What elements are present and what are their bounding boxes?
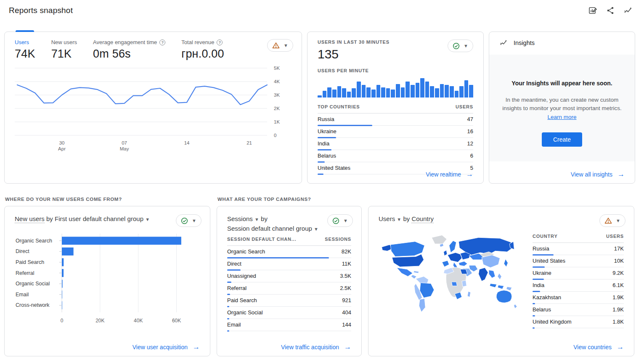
- minute-bar[interactable]: [420, 78, 424, 97]
- arrow-right-icon: →: [344, 343, 351, 350]
- session-channel-row[interactable]: Unassigned3.5K: [227, 270, 351, 282]
- minute-bar[interactable]: [440, 84, 444, 97]
- data-quality-ok-dropdown[interactable]: ▼: [327, 214, 353, 227]
- data-quality-ok-dropdown[interactable]: ▼: [176, 214, 201, 227]
- row-value: 6: [470, 153, 473, 159]
- users-per-minute-label: USERS PER MINUTE: [318, 68, 473, 73]
- minute-bar[interactable]: [323, 91, 327, 97]
- warning-icon: [604, 217, 612, 224]
- users-over-time-chart[interactable]: 01K2K3K4K5K30Apr07May1421: [15, 65, 298, 155]
- minute-bar[interactable]: [327, 87, 331, 97]
- view-user-acquisition-link[interactable]: View user acquisition→: [133, 343, 200, 350]
- minute-bar[interactable]: [362, 85, 366, 97]
- row-value: 11K: [342, 261, 351, 267]
- create-insight-button[interactable]: Create: [542, 132, 582, 147]
- minute-bar[interactable]: [371, 90, 376, 97]
- realtime-card: USERS IN LAST 30 MINUTES 135 ▼ USERS PER…: [307, 32, 484, 184]
- country-row[interactable]: Russia17K: [533, 243, 624, 255]
- minute-bar[interactable]: [469, 85, 473, 97]
- minute-bar[interactable]: [332, 90, 337, 97]
- session-channel-row[interactable]: Email144: [227, 319, 351, 331]
- top-cards-row: Users74KNew users71KAverage engagement t…: [0, 32, 644, 184]
- view-traffic-acquisition-link[interactable]: View traffic acquisition→: [281, 343, 351, 350]
- learn-more-link[interactable]: Learn more: [547, 114, 576, 120]
- new-users-card-title[interactable]: New users by First user default channel …: [15, 214, 150, 224]
- minute-bar[interactable]: [455, 91, 459, 97]
- minute-bar[interactable]: [435, 88, 439, 97]
- users-col-header: USERS: [606, 234, 624, 239]
- minute-bar[interactable]: [318, 95, 322, 97]
- svg-text:3K: 3K: [274, 92, 280, 97]
- world-map-choropleth[interactable]: [374, 232, 522, 316]
- campaigns-card-title[interactable]: Sessions ▼ by Session default channel gr…: [227, 214, 318, 233]
- data-quality-warning-dropdown[interactable]: ▼: [267, 39, 293, 52]
- minute-bar[interactable]: [416, 83, 420, 97]
- minute-bar[interactable]: [342, 88, 346, 97]
- country-row[interactable]: United States10K: [533, 255, 624, 267]
- help-icon[interactable]: ?: [159, 40, 165, 45]
- data-quality-ok-dropdown[interactable]: ▼: [448, 40, 473, 52]
- view-all-insights-link[interactable]: View all insights→: [571, 171, 625, 178]
- realtime-country-row[interactable]: India12: [318, 138, 473, 150]
- metric-tab-average-engagement-time[interactable]: Average engagement time?0m 56s: [93, 39, 165, 61]
- session-channel-row[interactable]: Direct11K: [227, 258, 351, 270]
- minute-bar[interactable]: [347, 92, 351, 97]
- customize-report-icon[interactable]: [587, 5, 599, 16]
- chevron-down-icon: ▼: [192, 219, 196, 223]
- row-value: 82K: [342, 248, 351, 255]
- new-users-bar-chart[interactable]: 020K40K60KOrganic SearchDirectPaid Searc…: [15, 231, 206, 331]
- metric-tab-total-revenue[interactable]: Total revenue?грн.0.00: [181, 39, 224, 61]
- view-countries-link[interactable]: View countries→: [573, 343, 624, 350]
- realtime-country-row[interactable]: Ukraine16: [318, 126, 473, 138]
- minute-bar[interactable]: [401, 87, 405, 97]
- check-circle-icon: [332, 217, 339, 224]
- arrow-right-icon: →: [617, 343, 624, 350]
- country-row[interactable]: Kazakhstan1.9K: [533, 292, 624, 304]
- minute-bar[interactable]: [450, 86, 454, 97]
- minute-bar[interactable]: [430, 86, 434, 97]
- minute-bar[interactable]: [381, 87, 385, 97]
- insights-icon[interactable]: [622, 5, 634, 16]
- country-row[interactable]: Ukraine9.2K: [533, 267, 624, 279]
- share-icon[interactable]: [604, 5, 616, 16]
- minute-bar[interactable]: [337, 86, 342, 97]
- minute-bar[interactable]: [376, 85, 381, 97]
- country-card-title[interactable]: Users ▼ by Country: [379, 214, 434, 224]
- minute-bar[interactable]: [425, 82, 429, 97]
- sessions-col-header: SESSIONS: [325, 237, 351, 242]
- data-quality-warning-dropdown[interactable]: ▼: [599, 214, 625, 227]
- metric-tab-users[interactable]: Users74K: [15, 39, 35, 61]
- row-label: India: [318, 140, 329, 147]
- row-value: 1.9K: [612, 294, 624, 300]
- minute-bar[interactable]: [445, 85, 449, 97]
- realtime-country-row[interactable]: Belarus6: [318, 150, 473, 162]
- metric-tab-new-users[interactable]: New users71K: [51, 39, 77, 61]
- realtime-country-row[interactable]: Russia47: [318, 113, 473, 126]
- country-row[interactable]: Belarus1.9K: [533, 304, 624, 316]
- minute-bar[interactable]: [411, 85, 415, 97]
- view-realtime-link[interactable]: View realtime→: [426, 171, 473, 178]
- minute-bar[interactable]: [386, 88, 390, 97]
- session-channel-row[interactable]: Organic Social404: [227, 307, 351, 319]
- minute-bar[interactable]: [366, 87, 371, 97]
- minute-bar[interactable]: [459, 86, 464, 97]
- country-row[interactable]: India6.1K: [533, 279, 624, 292]
- metric-value: 71K: [51, 47, 77, 61]
- new-users-bar-chart-svg: 020K40K60KOrganic SearchDirectPaid Searc…: [15, 231, 201, 329]
- minute-bar[interactable]: [391, 90, 395, 97]
- minute-bar[interactable]: [357, 82, 361, 97]
- row-bar: [318, 174, 323, 175]
- new-users-card: New users by First user default channel …: [4, 206, 210, 356]
- row-value: 144: [342, 321, 351, 328]
- session-channel-row[interactable]: Organic Search82K: [227, 246, 351, 258]
- minute-bar[interactable]: [405, 82, 410, 97]
- country-row[interactable]: United Kingdom1.8K: [533, 316, 624, 328]
- help-icon[interactable]: ?: [217, 40, 223, 45]
- session-channel-row[interactable]: Referral2.5K: [227, 282, 351, 295]
- minute-bar[interactable]: [464, 80, 469, 97]
- svg-text:Organic Social: Organic Social: [16, 281, 50, 287]
- minute-bar[interactable]: [396, 84, 400, 97]
- users-per-minute-chart[interactable]: [318, 78, 473, 97]
- session-channel-row[interactable]: Paid Search921: [227, 295, 351, 307]
- minute-bar[interactable]: [352, 88, 356, 97]
